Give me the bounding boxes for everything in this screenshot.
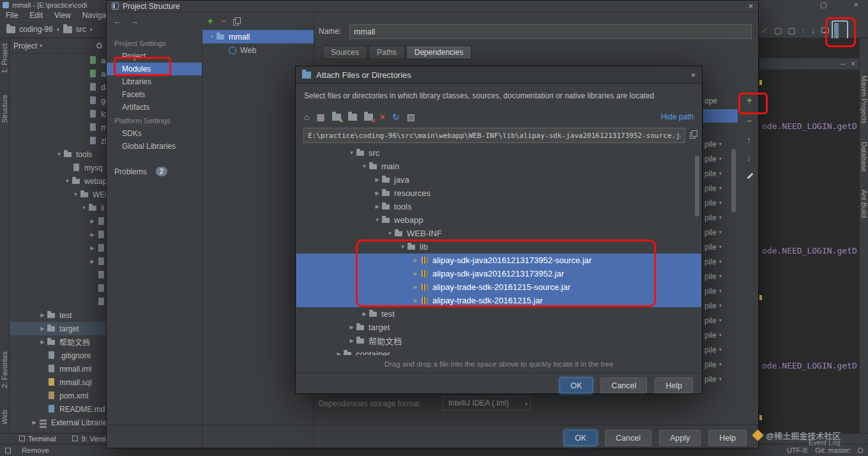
module-tab[interactable]: Sources bbox=[323, 45, 367, 59]
project-tree-row[interactable] bbox=[10, 241, 106, 255]
file-tree-row[interactable]: webapp bbox=[296, 213, 701, 227]
delete-folder-icon[interactable] bbox=[364, 114, 373, 121]
tree-toggle-icon[interactable] bbox=[55, 151, 63, 157]
hide-path-link[interactable]: Hide path bbox=[661, 112, 694, 121]
toolwindow-switcher-icon[interactable] bbox=[5, 448, 11, 453]
scope-dropdown[interactable]: pile ▾ bbox=[704, 254, 743, 269]
dialog-button[interactable]: Help bbox=[655, 377, 693, 393]
scope-dropdown[interactable]: pile ▾ bbox=[704, 225, 743, 239]
file-tree-row[interactable]: alipay-trade-sdk-20161215.jar bbox=[296, 294, 701, 307]
menu-item[interactable]: File bbox=[0, 10, 24, 21]
module-tree-row[interactable]: mmall bbox=[202, 30, 314, 43]
project-tree-row[interactable]: w bbox=[10, 282, 106, 295]
nav-item[interactable]: Artifacts bbox=[107, 101, 202, 114]
file-tree-row[interactable]: main bbox=[296, 160, 701, 173]
path-input[interactable] bbox=[303, 128, 685, 143]
dialog-button[interactable]: Apply bbox=[659, 430, 701, 446]
project-tree-row[interactable]: d bbox=[10, 268, 106, 282]
file-tree-row[interactable]: src bbox=[296, 146, 701, 160]
chevron-down-icon[interactable]: ▾ bbox=[40, 43, 42, 49]
remove-module-icon[interactable]: − bbox=[220, 16, 225, 26]
dialog-button[interactable]: OK bbox=[564, 430, 597, 446]
toolwindow-tab[interactable]: Database bbox=[860, 142, 868, 172]
comment-bubble-icon[interactable] bbox=[821, 27, 829, 33]
tree-toggle-icon[interactable] bbox=[347, 150, 356, 156]
add-module-icon[interactable]: + bbox=[208, 16, 213, 26]
show-hidden-files-icon[interactable]: ▨ bbox=[407, 112, 415, 122]
project-tree-row[interactable]: tools bbox=[10, 148, 106, 161]
project-tree-row[interactable]: .gitignore bbox=[10, 349, 106, 362]
nav-item[interactable]: Facets bbox=[107, 88, 202, 101]
git-branch-widget[interactable]: Git: master: bbox=[815, 446, 851, 454]
project-tree-row[interactable]: inde bbox=[10, 295, 106, 308]
scope-dropdown[interactable]: pile ▾ bbox=[704, 313, 743, 328]
scope-dropdown[interactable]: pile ▾ bbox=[704, 210, 743, 225]
paste-path-icon[interactable] bbox=[690, 130, 697, 138]
home-icon[interactable]: ⌂ bbox=[304, 112, 309, 122]
project-tree-row[interactable]: test bbox=[10, 308, 106, 322]
problems-nav-item[interactable]: Problems 2 bbox=[107, 167, 202, 176]
tree-toggle-icon[interactable] bbox=[38, 339, 47, 345]
tree-toggle-icon[interactable] bbox=[347, 324, 356, 330]
version-control-tab[interactable]: 9: Versi bbox=[72, 435, 105, 443]
delete-icon[interactable]: × bbox=[380, 112, 385, 122]
close-icon[interactable]: × bbox=[690, 70, 696, 80]
scope-dropdown[interactable]: pile ▾ bbox=[704, 372, 743, 386]
project-panel-title[interactable]: Project bbox=[13, 42, 37, 50]
nav-item[interactable]: Modules bbox=[107, 63, 202, 75]
file-tree-row[interactable]: target bbox=[296, 321, 701, 334]
tree-toggle-icon[interactable] bbox=[373, 217, 381, 223]
desktop-icon[interactable]: ▦ bbox=[316, 112, 324, 122]
project-tree-row[interactable]: li bbox=[10, 201, 106, 215]
project-tree-row[interactable]: External Libraries bbox=[10, 416, 106, 429]
forward-icon[interactable]: → bbox=[130, 17, 139, 26]
tree-toggle-icon[interactable] bbox=[373, 177, 381, 183]
nav-item[interactable]: Project bbox=[107, 50, 202, 63]
project-tree-row[interactable]: logb bbox=[10, 107, 106, 121]
scope-dropdown[interactable]: pile ▾ bbox=[704, 195, 743, 210]
scope-dropdown[interactable]: pile ▾ bbox=[704, 357, 743, 372]
module-tab[interactable]: Dependencies bbox=[406, 45, 472, 59]
file-tree-row[interactable]: alipay-sdk-java20161213173952.jar bbox=[296, 267, 701, 280]
encoding-widget[interactable]: UTF-8: bbox=[787, 446, 809, 454]
scope-dropdown[interactable]: pile ▾ bbox=[704, 342, 743, 357]
file-tree-row[interactable]: tools bbox=[296, 200, 701, 213]
vcs-commit-icon[interactable]: ↓ bbox=[811, 26, 816, 35]
hide-icon[interactable]: ─ bbox=[840, 59, 846, 68]
scope-dropdown[interactable]: pile ▾ bbox=[704, 328, 743, 342]
project-tree-row[interactable]: mma bbox=[10, 121, 106, 134]
tree-toggle-icon[interactable] bbox=[30, 420, 38, 425]
file-tree-row[interactable]: lib bbox=[296, 240, 701, 254]
remove-dependency-icon[interactable]: − bbox=[747, 116, 752, 126]
project-tree-row[interactable]: zfbin bbox=[10, 134, 106, 148]
nav-item[interactable]: SDKs bbox=[107, 127, 202, 140]
module-name-input[interactable] bbox=[349, 24, 752, 39]
gear-icon[interactable] bbox=[96, 43, 102, 49]
file-tree-row[interactable]: WEB-INF bbox=[296, 227, 701, 240]
tree-toggle-icon[interactable] bbox=[80, 205, 88, 211]
scope-dropdown[interactable]: pile ▾ bbox=[704, 137, 743, 151]
storage-format-combobox[interactable]: IntelliJ IDEA (.iml) ▾ bbox=[443, 397, 531, 411]
scope-dropdown[interactable]: pile ▾ bbox=[704, 151, 743, 166]
status-left-text[interactable]: Remove bbox=[22, 446, 49, 454]
scope-dropdown[interactable]: pile ▾ bbox=[704, 298, 743, 313]
project-tree-row[interactable] bbox=[10, 228, 106, 241]
breadcrumb-project[interactable]: coding-96 bbox=[19, 25, 53, 34]
file-tree-row[interactable]: test bbox=[296, 307, 701, 321]
tree-toggle-icon[interactable] bbox=[88, 245, 96, 251]
dialog-button[interactable]: Cancel bbox=[600, 377, 647, 393]
tree-toggle-icon[interactable] bbox=[399, 244, 407, 250]
scope-dropdown[interactable]: pile ▾ bbox=[704, 284, 743, 298]
toolwindow-tab[interactable]: Maven Projects bbox=[860, 75, 868, 124]
tree-toggle-icon[interactable] bbox=[386, 231, 394, 236]
nav-item[interactable]: Global Libraries bbox=[107, 140, 202, 153]
tree-toggle-icon[interactable] bbox=[360, 163, 369, 169]
tree-toggle-icon[interactable] bbox=[88, 218, 96, 224]
add-dependency-icon[interactable]: + bbox=[747, 95, 752, 105]
project-tree-row[interactable]: WEB- bbox=[10, 188, 106, 201]
project-tree-row[interactable] bbox=[10, 255, 106, 268]
tree-toggle-icon[interactable] bbox=[88, 232, 96, 238]
notification-bell-icon[interactable] bbox=[858, 448, 863, 453]
file-tree-row[interactable]: 帮助文档 bbox=[296, 334, 701, 347]
vcs-update-icon[interactable]: ↑ bbox=[802, 26, 806, 35]
